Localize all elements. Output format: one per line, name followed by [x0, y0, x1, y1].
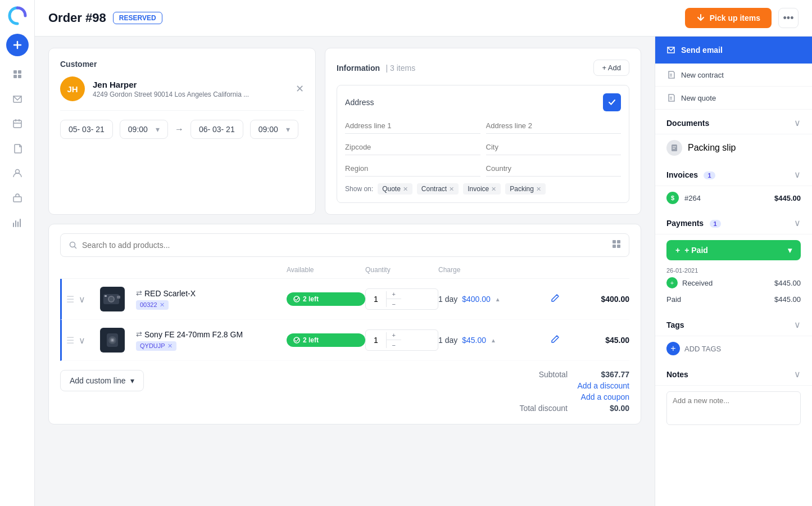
charge-up-icon[interactable]: ▲	[495, 296, 501, 302]
invoices-chevron-icon[interactable]: ∨	[794, 169, 801, 180]
charge-price-2: $45.00	[462, 336, 486, 345]
remove-contract-tag[interactable]: ✕	[449, 186, 454, 193]
grid-view-icon[interactable]	[612, 240, 621, 251]
quantity-decrease-1[interactable]: −	[387, 299, 401, 309]
start-time-box[interactable]: 09:00 ▾	[120, 120, 168, 139]
edit-button-1[interactable]	[551, 293, 560, 305]
remove-customer-button[interactable]: ✕	[296, 83, 304, 95]
expand-row-icon[interactable]: ∨	[79, 335, 85, 346]
total-discount-label: Total discount	[519, 404, 568, 413]
drag-handle-icon[interactable]: ☰	[66, 294, 74, 305]
show-on-invoice: Invoice ✕	[463, 183, 501, 195]
address-line2-input[interactable]	[486, 118, 621, 134]
product-tag-1: 00322 ✕	[136, 298, 196, 310]
add-coupon-button[interactable]: Add a coupon	[519, 392, 629, 401]
sidebar-item-dashboard[interactable]	[6, 63, 29, 85]
paid-amount-value: $445.00	[774, 295, 801, 304]
row-total-1: $400.00	[573, 295, 629, 304]
product-thumbnail-2	[100, 328, 125, 353]
sidebar-item-inbox[interactable]	[6, 88, 29, 110]
svg-rect-3	[18, 75, 21, 78]
more-options-button[interactable]: •••	[778, 8, 799, 28]
notes-chevron-icon[interactable]: ∨	[794, 369, 801, 379]
send-email-button[interactable]: Send email	[655, 37, 812, 64]
paid-button[interactable]: + + Paid ▾	[666, 240, 801, 260]
address-label: Address	[345, 98, 374, 107]
address-box-header: Address	[345, 93, 621, 111]
new-quote-item[interactable]: New quote	[655, 87, 812, 110]
zipcode-input[interactable]	[345, 139, 480, 155]
quantity-decrease-2[interactable]: −	[387, 340, 401, 350]
edit-button-2[interactable]	[551, 335, 560, 346]
date-row: 05- 03- 21 09:00 ▾ → 06- 03- 21 09:00 ▾	[60, 120, 304, 139]
quantity-increase-2[interactable]: +	[387, 330, 401, 340]
logo[interactable]	[6, 4, 29, 27]
svg-rect-8	[613, 240, 616, 243]
remove-packing-tag[interactable]: ✕	[536, 186, 541, 193]
packing-slip-item[interactable]: Packing slip	[655, 134, 812, 161]
country-input[interactable]	[486, 161, 621, 177]
notes-textarea[interactable]	[666, 391, 801, 425]
quantity-value-1: 1	[366, 291, 387, 307]
product-name-2: ⇄ Sony FE 24-70mm F2.8 GM	[136, 330, 243, 339]
documents-chevron-icon[interactable]: ∨	[794, 118, 801, 128]
sidebar-item-inventory[interactable]	[6, 187, 29, 209]
add-custom-line-button[interactable]: Add custom line ▾	[60, 370, 144, 391]
received-label: + Received	[666, 277, 713, 288]
end-time-chevron: ▾	[286, 125, 290, 134]
start-time-chevron: ▾	[156, 125, 160, 134]
col-quantity: Quantity	[365, 266, 438, 274]
quantity-increase-1[interactable]: +	[387, 289, 401, 299]
new-contract-item[interactable]: New contract	[655, 64, 812, 87]
remove-quote-tag[interactable]: ✕	[403, 186, 408, 193]
sidebar-item-documents[interactable]	[6, 137, 29, 160]
add-button[interactable]	[6, 34, 29, 56]
remove-tag-1[interactable]: ✕	[160, 301, 165, 309]
start-date-box[interactable]: 05- 03- 21	[60, 120, 113, 139]
invoice-item[interactable]: $ #264 $445.00	[655, 186, 812, 210]
remove-tag-2[interactable]: ✕	[167, 342, 173, 350]
sidebar-item-calendar[interactable]	[6, 112, 29, 135]
address-box: Address	[337, 85, 629, 203]
add-discount-button[interactable]: Add a discount	[519, 381, 629, 390]
charge-up-icon[interactable]: ▲	[491, 337, 496, 344]
drag-handle-icon[interactable]: ☰	[66, 335, 74, 346]
remove-invoice-tag[interactable]: ✕	[491, 186, 496, 193]
tags-title: Tags	[666, 320, 684, 329]
payments-section-header: Payments 1 ∨	[655, 210, 812, 234]
expand-row-icon[interactable]: ∨	[79, 294, 85, 305]
show-on-row: Show on: Quote ✕ Contract ✕ Invoice ✕ Pa…	[345, 183, 621, 195]
sidebar-item-contacts[interactable]	[6, 162, 29, 184]
payments-chevron-icon[interactable]: ∨	[794, 218, 801, 228]
quantity-control-1: 1 + −	[365, 288, 438, 310]
svg-rect-10	[613, 245, 616, 248]
tags-chevron-icon[interactable]: ∨	[794, 319, 801, 330]
address-fields	[345, 118, 621, 177]
add-info-button[interactable]: + Add	[593, 60, 629, 76]
avatar: JH	[60, 76, 85, 101]
table-row: ☰ ∨ ⇄ Sony FE 24-70mm F2.8 GM	[60, 320, 629, 361]
invoice-status-icon: $	[666, 192, 679, 204]
region-input[interactable]	[345, 161, 480, 177]
quantity-buttons-2: + −	[387, 330, 401, 350]
end-time-box[interactable]: 09:00 ▾	[250, 120, 298, 139]
search-bar	[60, 233, 629, 257]
end-date-box[interactable]: 06- 03- 21	[190, 120, 243, 139]
main-content: Order #98 RESERVED Pick up items ••• Cus…	[35, 0, 812, 506]
date-arrow-icon: →	[175, 124, 184, 134]
address-line1-input[interactable]	[345, 118, 480, 134]
svg-rect-11	[617, 245, 620, 248]
pickup-button[interactable]: Pick up items	[685, 8, 772, 28]
end-time: 09:00	[258, 125, 278, 134]
charge-cell-2: 1 day $45.00 ▲	[438, 336, 551, 345]
product-search-input[interactable]	[82, 241, 607, 250]
payments-title-area: Payments 1	[666, 218, 721, 228]
add-tags-button[interactable]: + ADD TAGS	[666, 342, 801, 355]
save-address-button[interactable]	[603, 93, 621, 111]
city-input[interactable]	[486, 139, 621, 155]
customer-details: Jen Harper 4249 Gordon Street 90014 Los …	[93, 80, 249, 98]
sidebar-item-reports[interactable]	[6, 211, 29, 234]
quantity-value-2: 1	[366, 332, 387, 348]
notes-section-header: Notes ∨	[655, 361, 812, 386]
products-footer: Add custom line ▾ Subtotal $367.77 Add a…	[60, 370, 629, 415]
